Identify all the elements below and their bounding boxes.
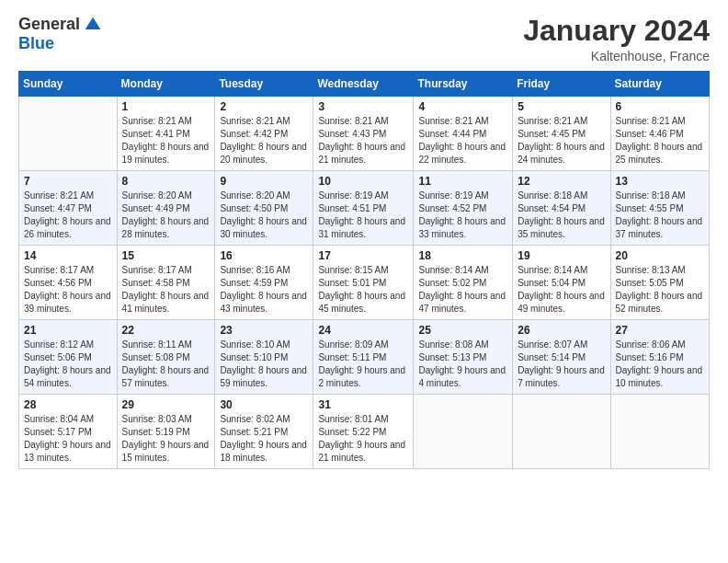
- svg-marker-0: [85, 17, 101, 29]
- day-info: Sunrise: 8:21 AMSunset: 4:47 PMDaylight:…: [24, 190, 112, 241]
- table-row: 5Sunrise: 8:21 AMSunset: 4:45 PMDaylight…: [513, 97, 610, 171]
- day-number: 2: [220, 100, 308, 113]
- table-row: 20Sunrise: 8:13 AMSunset: 5:05 PMDayligh…: [610, 246, 709, 320]
- table-row: [513, 395, 610, 469]
- day-info: Sunrise: 8:06 AMSunset: 5:16 PMDaylight:…: [616, 339, 704, 390]
- table-row: 16Sunrise: 8:16 AMSunset: 4:59 PMDayligh…: [215, 246, 313, 320]
- day-number: 6: [616, 100, 704, 113]
- table-row: 22Sunrise: 8:11 AMSunset: 5:08 PMDayligh…: [117, 320, 215, 395]
- table-row: 25Sunrise: 8:08 AMSunset: 5:13 PMDayligh…: [414, 320, 513, 395]
- table-row: [414, 395, 513, 469]
- day-info: Sunrise: 8:14 AMSunset: 5:02 PMDaylight:…: [418, 264, 507, 316]
- table-row: 4Sunrise: 8:21 AMSunset: 4:44 PMDaylight…: [414, 97, 513, 171]
- day-info: Sunrise: 8:21 AMSunset: 4:45 PMDaylight:…: [518, 115, 605, 167]
- day-number: 8: [122, 175, 210, 188]
- day-number: 31: [318, 398, 408, 411]
- table-row: 18Sunrise: 8:14 AMSunset: 5:02 PMDayligh…: [414, 246, 513, 320]
- day-number: 22: [122, 324, 210, 337]
- day-number: 5: [518, 100, 605, 113]
- day-number: 4: [418, 100, 507, 113]
- day-number: 30: [220, 398, 308, 411]
- day-info: Sunrise: 8:16 AMSunset: 4:59 PMDaylight:…: [220, 264, 308, 316]
- day-number: 24: [318, 324, 408, 337]
- table-row: 27Sunrise: 8:06 AMSunset: 5:16 PMDayligh…: [610, 320, 709, 395]
- day-number: 3: [318, 100, 408, 113]
- day-info: Sunrise: 8:20 AMSunset: 4:49 PMDaylight:…: [122, 190, 210, 241]
- day-info: Sunrise: 8:15 AMSunset: 5:01 PMDaylight:…: [318, 264, 408, 316]
- day-info: Sunrise: 8:20 AMSunset: 4:50 PMDaylight:…: [220, 190, 308, 241]
- table-row: 23Sunrise: 8:10 AMSunset: 5:10 PMDayligh…: [215, 320, 313, 395]
- table-row: 3Sunrise: 8:21 AMSunset: 4:43 PMDaylight…: [313, 97, 414, 171]
- day-number: 14: [24, 249, 112, 262]
- day-info: Sunrise: 8:09 AMSunset: 5:11 PMDaylight:…: [318, 339, 408, 390]
- table-row: 31Sunrise: 8:01 AMSunset: 5:22 PMDayligh…: [313, 395, 414, 469]
- header-thursday: Thursday: [414, 72, 513, 97]
- table-row: 28Sunrise: 8:04 AMSunset: 5:17 PMDayligh…: [19, 395, 118, 469]
- table-row: 13Sunrise: 8:18 AMSunset: 4:55 PMDayligh…: [610, 171, 709, 246]
- table-row: 2Sunrise: 8:21 AMSunset: 4:42 PMDaylight…: [215, 97, 313, 171]
- day-info: Sunrise: 8:04 AMSunset: 5:17 PMDaylight:…: [24, 413, 112, 465]
- header-saturday: Saturday: [610, 72, 709, 97]
- day-info: Sunrise: 8:21 AMSunset: 4:43 PMDaylight:…: [318, 115, 408, 167]
- day-number: 11: [418, 175, 507, 188]
- day-number: 27: [616, 324, 704, 337]
- day-number: 21: [24, 324, 112, 337]
- table-row: 10Sunrise: 8:19 AMSunset: 4:51 PMDayligh…: [313, 171, 414, 246]
- day-number: 23: [220, 324, 308, 337]
- table-row: 7Sunrise: 8:21 AMSunset: 4:47 PMDaylight…: [19, 171, 118, 246]
- day-number: 7: [24, 175, 112, 188]
- day-info: Sunrise: 8:07 AMSunset: 5:14 PMDaylight:…: [518, 339, 605, 390]
- day-info: Sunrise: 8:19 AMSunset: 4:51 PMDaylight:…: [318, 190, 408, 241]
- day-number: 17: [318, 249, 408, 262]
- day-number: 12: [518, 175, 605, 188]
- logo-icon: [84, 16, 102, 34]
- logo: General Blue: [18, 15, 102, 53]
- page: General Blue January 2024 Kaltenhouse, F…: [0, 0, 728, 563]
- day-number: 1: [122, 100, 210, 113]
- table-row: [610, 395, 709, 469]
- day-number: 28: [24, 398, 112, 411]
- table-row: 15Sunrise: 8:17 AMSunset: 4:58 PMDayligh…: [117, 246, 215, 320]
- day-info: Sunrise: 8:14 AMSunset: 5:04 PMDaylight:…: [518, 264, 605, 316]
- table-row: 26Sunrise: 8:07 AMSunset: 5:14 PMDayligh…: [513, 320, 610, 395]
- logo-general-text: General: [18, 15, 80, 34]
- day-info: Sunrise: 8:18 AMSunset: 4:55 PMDaylight:…: [616, 190, 704, 241]
- day-info: Sunrise: 8:10 AMSunset: 5:10 PMDaylight:…: [220, 339, 308, 390]
- table-row: 12Sunrise: 8:18 AMSunset: 4:54 PMDayligh…: [513, 171, 610, 246]
- day-number: 20: [616, 249, 704, 262]
- day-info: Sunrise: 8:17 AMSunset: 4:56 PMDaylight:…: [24, 264, 112, 316]
- table-row: 11Sunrise: 8:19 AMSunset: 4:52 PMDayligh…: [414, 171, 513, 246]
- day-info: Sunrise: 8:01 AMSunset: 5:22 PMDaylight:…: [318, 413, 408, 465]
- calendar-week-row: 7Sunrise: 8:21 AMSunset: 4:47 PMDaylight…: [19, 171, 710, 246]
- day-number: 26: [518, 324, 605, 337]
- day-info: Sunrise: 8:11 AMSunset: 5:08 PMDaylight:…: [122, 339, 210, 390]
- day-info: Sunrise: 8:03 AMSunset: 5:19 PMDaylight:…: [122, 413, 210, 465]
- header: General Blue January 2024 Kaltenhouse, F…: [18, 15, 710, 63]
- day-number: 29: [122, 398, 210, 411]
- table-row: 14Sunrise: 8:17 AMSunset: 4:56 PMDayligh…: [19, 246, 118, 320]
- day-info: Sunrise: 8:21 AMSunset: 4:44 PMDaylight:…: [418, 115, 507, 167]
- day-info: Sunrise: 8:02 AMSunset: 5:21 PMDaylight:…: [220, 413, 308, 465]
- table-row: 30Sunrise: 8:02 AMSunset: 5:21 PMDayligh…: [215, 395, 313, 469]
- day-number: 25: [418, 324, 507, 337]
- day-info: Sunrise: 8:12 AMSunset: 5:06 PMDaylight:…: [24, 339, 112, 390]
- day-number: 19: [518, 249, 605, 262]
- day-info: Sunrise: 8:19 AMSunset: 4:52 PMDaylight:…: [418, 190, 507, 241]
- calendar-week-row: 21Sunrise: 8:12 AMSunset: 5:06 PMDayligh…: [19, 320, 710, 395]
- header-sunday: Sunday: [19, 72, 118, 97]
- header-monday: Monday: [117, 72, 215, 97]
- calendar-week-row: 28Sunrise: 8:04 AMSunset: 5:17 PMDayligh…: [19, 395, 710, 469]
- day-number: 13: [616, 175, 704, 188]
- day-info: Sunrise: 8:21 AMSunset: 4:42 PMDaylight:…: [220, 115, 308, 167]
- table-row: 17Sunrise: 8:15 AMSunset: 5:01 PMDayligh…: [313, 246, 414, 320]
- calendar-week-row: 1Sunrise: 8:21 AMSunset: 4:41 PMDaylight…: [19, 97, 710, 171]
- table-row: 8Sunrise: 8:20 AMSunset: 4:49 PMDaylight…: [117, 171, 215, 246]
- header-friday: Friday: [513, 72, 610, 97]
- table-row: 9Sunrise: 8:20 AMSunset: 4:50 PMDaylight…: [215, 171, 313, 246]
- day-number: 15: [122, 249, 210, 262]
- table-row: 1Sunrise: 8:21 AMSunset: 4:41 PMDaylight…: [117, 97, 215, 171]
- day-info: Sunrise: 8:21 AMSunset: 4:41 PMDaylight:…: [122, 115, 210, 167]
- day-number: 18: [418, 249, 507, 262]
- day-info: Sunrise: 8:13 AMSunset: 5:05 PMDaylight:…: [616, 264, 704, 316]
- title-section: January 2024 Kaltenhouse, France: [523, 15, 710, 63]
